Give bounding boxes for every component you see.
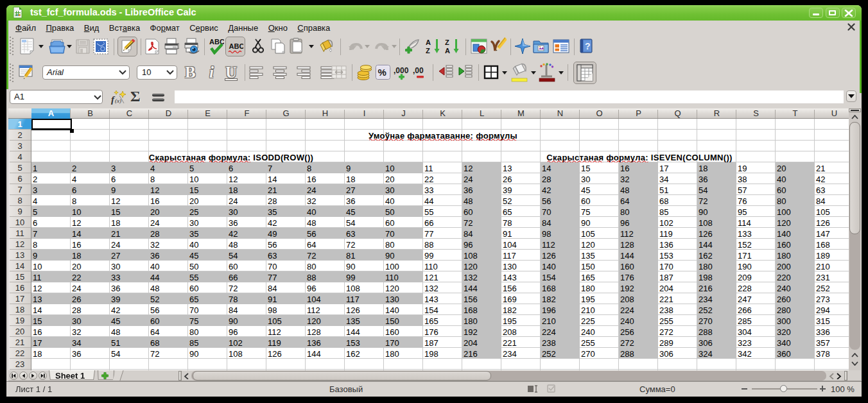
svg-text:,000: ,000 — [394, 66, 409, 75]
svg-text:ABC: ABC — [229, 42, 244, 50]
svg-text:,00: ,00 — [413, 66, 424, 75]
svg-text:Z: Z — [426, 47, 430, 55]
svg-text:?: ? — [585, 41, 591, 51]
svg-text:A: A — [445, 47, 450, 55]
svg-text:(x): (x) — [115, 98, 121, 104]
svg-text:A: A — [426, 39, 431, 46]
svg-text:%: % — [378, 67, 386, 78]
svg-text:Z: Z — [445, 39, 449, 46]
